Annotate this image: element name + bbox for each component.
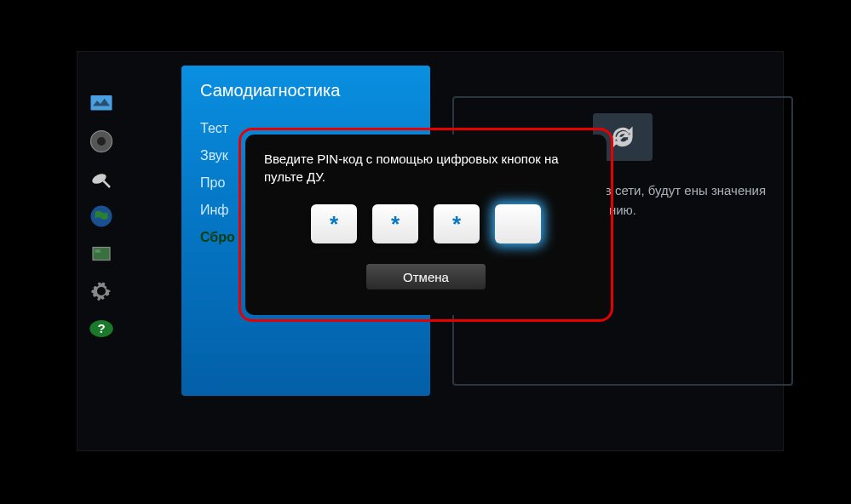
- sound-icon[interactable]: [89, 129, 114, 154]
- pin-digit-3[interactable]: *: [434, 204, 480, 243]
- help-icon[interactable]: ?: [89, 316, 114, 341]
- panel-title: Самодиагностика: [200, 81, 411, 100]
- system-icon[interactable]: [89, 241, 114, 266]
- globe-icon[interactable]: [89, 203, 114, 229]
- pin-modal: Введите PIN-код с помощью цифровых кнопо…: [245, 135, 607, 315]
- gear-icon[interactable]: [89, 278, 114, 304]
- sidebar: ?: [78, 84, 124, 341]
- pin-modal-highlight: Введите PIN-код с помощью цифровых кнопо…: [239, 128, 613, 322]
- pin-digit-1[interactable]: *: [311, 204, 357, 243]
- svg-rect-7: [95, 249, 100, 253]
- svg-point-2: [97, 137, 106, 146]
- satellite-icon[interactable]: [89, 166, 114, 192]
- picture-icon[interactable]: [89, 91, 114, 117]
- svg-text:?: ?: [97, 321, 105, 335]
- pin-digit-2[interactable]: *: [372, 204, 418, 243]
- svg-rect-6: [93, 248, 110, 261]
- cancel-button[interactable]: Отмена: [366, 264, 486, 289]
- pin-prompt: Введите PIN-код с помощью цифровых кнопо…: [264, 150, 588, 186]
- pin-row: * * *: [311, 204, 541, 243]
- pin-digit-4[interactable]: [495, 204, 541, 243]
- svg-line-4: [103, 181, 110, 188]
